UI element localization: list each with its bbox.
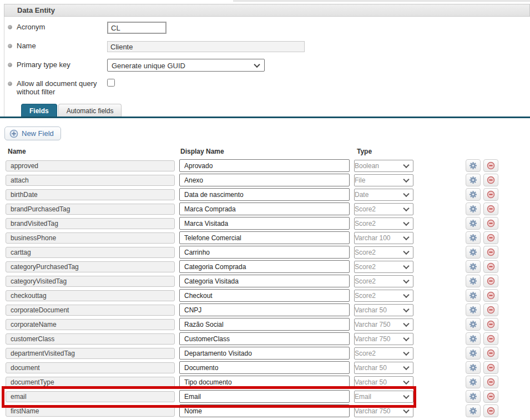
field-settings-button[interactable] <box>466 404 481 417</box>
field-type-value: File <box>355 176 365 184</box>
field-name-input[interactable] <box>6 391 175 402</box>
field-display-name-input[interactable] <box>179 404 350 417</box>
field-name-input[interactable] <box>6 204 175 215</box>
field-remove-button[interactable] <box>483 289 498 302</box>
field-settings-button[interactable] <box>466 217 481 230</box>
field-name-input[interactable] <box>6 319 175 330</box>
field-name-input[interactable] <box>6 218 175 229</box>
field-remove-button[interactable] <box>483 376 498 388</box>
field-type-select[interactable]: Score2 <box>354 275 413 287</box>
field-settings-button[interactable] <box>466 289 481 302</box>
field-display-name-input[interactable] <box>179 390 350 403</box>
field-type-select[interactable]: Score2 <box>354 217 413 230</box>
field-remove-button[interactable] <box>483 361 498 374</box>
field-remove-button[interactable] <box>483 260 498 273</box>
field-type-select[interactable]: Varchar 750 <box>354 318 413 331</box>
field-display-name-input[interactable] <box>179 347 350 360</box>
field-type-select[interactable]: Varchar 50 <box>354 376 413 388</box>
field-remove-button[interactable] <box>483 347 498 360</box>
field-display-name-input[interactable] <box>179 303 350 316</box>
field-name-input[interactable] <box>6 377 175 388</box>
field-name-input[interactable] <box>6 406 175 417</box>
field-settings-button[interactable] <box>466 275 481 287</box>
field-name-input[interactable] <box>6 305 175 316</box>
field-display-name-input[interactable] <box>179 361 350 374</box>
field-type-select[interactable]: Score2 <box>354 290 413 302</box>
primary-type-key-select[interactable]: Generate unique GUID <box>107 59 265 72</box>
allow-query-checkbox[interactable] <box>107 79 115 87</box>
field-settings-button[interactable] <box>466 159 481 172</box>
field-settings-button[interactable] <box>466 246 481 259</box>
tab-automatic-fields[interactable]: Automatic fields <box>58 104 122 117</box>
field-type-select[interactable]: Varchar 100 <box>354 232 413 244</box>
field-name-input[interactable] <box>6 189 175 200</box>
field-settings-button[interactable] <box>466 174 481 186</box>
field-settings-button[interactable] <box>466 361 481 374</box>
minus-circle-icon <box>487 363 495 372</box>
field-display-name-input[interactable] <box>179 203 350 215</box>
new-field-button[interactable]: New Field <box>4 126 61 140</box>
field-settings-button[interactable] <box>466 332 481 345</box>
field-remove-button[interactable] <box>483 390 498 403</box>
field-remove-button[interactable] <box>483 246 498 259</box>
tab-fields[interactable]: Fields <box>21 104 57 117</box>
field-settings-button[interactable] <box>466 318 481 331</box>
field-display-name-input[interactable] <box>179 159 350 172</box>
field-remove-button[interactable] <box>483 159 498 172</box>
field-display-name-input[interactable] <box>179 246 350 259</box>
field-type-select[interactable]: Varchar 750 <box>354 333 413 345</box>
field-name-input[interactable] <box>6 175 175 186</box>
entity-name-input[interactable] <box>107 41 305 52</box>
field-name-input[interactable] <box>6 276 175 287</box>
field-remove-button[interactable] <box>483 231 498 244</box>
field-name-input[interactable] <box>6 232 175 244</box>
field-remove-button[interactable] <box>483 404 498 417</box>
field-display-name-input[interactable] <box>179 260 350 273</box>
field-remove-button[interactable] <box>483 275 498 287</box>
field-settings-button[interactable] <box>466 188 481 201</box>
field-remove-button[interactable] <box>483 303 498 316</box>
field-name-input[interactable] <box>6 362 175 373</box>
field-display-name-input[interactable] <box>179 318 350 331</box>
field-name-input[interactable] <box>6 348 175 359</box>
field-type-select[interactable]: Score2 <box>354 347 413 360</box>
field-settings-button[interactable] <box>466 203 481 215</box>
field-type-select[interactable]: File <box>354 174 413 186</box>
field-type-select[interactable]: Score2 <box>354 203 413 215</box>
field-display-name-input[interactable] <box>179 332 350 345</box>
field-type-select[interactable]: Boolean <box>354 160 413 172</box>
field-display-name-input[interactable] <box>179 376 350 388</box>
field-remove-button[interactable] <box>483 203 498 215</box>
field-display-name-input[interactable] <box>179 188 350 201</box>
field-settings-button[interactable] <box>466 231 481 244</box>
field-name-input[interactable] <box>6 247 175 258</box>
field-display-name-input[interactable] <box>179 289 350 302</box>
field-remove-button[interactable] <box>483 332 498 345</box>
field-remove-button[interactable] <box>483 217 498 230</box>
field-type-select[interactable]: Email <box>354 391 413 403</box>
field-display-name-input[interactable] <box>179 231 350 244</box>
field-settings-button[interactable] <box>466 347 481 360</box>
field-type-select[interactable]: Varchar 50 <box>354 362 413 374</box>
field-type-select[interactable]: Date <box>354 189 413 201</box>
field-remove-button[interactable] <box>483 188 498 201</box>
field-type-value: Varchar 750 <box>355 335 390 343</box>
field-type-select[interactable]: Score2 <box>354 261 413 273</box>
field-remove-button[interactable] <box>483 174 498 186</box>
field-name-input[interactable] <box>6 290 175 301</box>
field-settings-button[interactable] <box>466 376 481 388</box>
field-type-select[interactable]: Score2 <box>354 246 413 259</box>
field-name-input[interactable] <box>6 333 175 345</box>
field-remove-button[interactable] <box>483 318 498 331</box>
field-display-name-input[interactable] <box>179 275 350 287</box>
field-name-input[interactable] <box>6 160 175 171</box>
field-display-name-input[interactable] <box>179 174 350 186</box>
field-settings-button[interactable] <box>466 260 481 273</box>
field-settings-button[interactable] <box>466 390 481 403</box>
field-display-name-input[interactable] <box>179 217 350 230</box>
field-name-input[interactable] <box>6 261 175 272</box>
field-settings-button[interactable] <box>466 303 481 316</box>
field-type-select[interactable]: Varchar 750 <box>354 405 413 417</box>
acronym-input[interactable] <box>107 22 166 34</box>
field-type-select[interactable]: Varchar 50 <box>354 304 413 316</box>
